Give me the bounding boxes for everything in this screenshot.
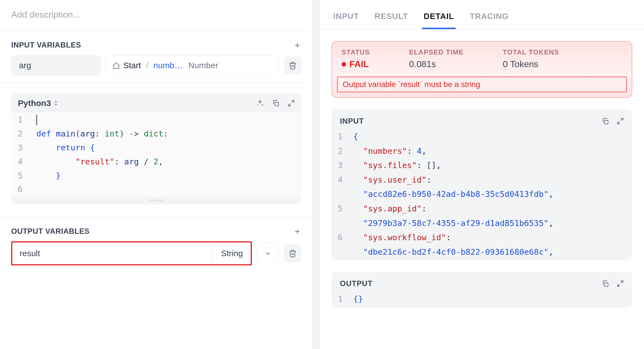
error-message: Output variable `result` must be a strin… xyxy=(337,77,627,92)
resize-handle[interactable] xyxy=(148,200,165,201)
breadcrumb-sep: / xyxy=(146,61,148,70)
status-dot-icon xyxy=(342,62,346,67)
copy-code-button[interactable] xyxy=(272,99,280,107)
output-var-highlighted: result String xyxy=(11,241,252,265)
tab-detail[interactable]: DETAIL xyxy=(422,8,456,29)
svg-rect-2 xyxy=(275,102,279,106)
output-vars-title: OUTPUT VARIABLES xyxy=(11,227,90,236)
add-output-var-button[interactable] xyxy=(293,227,302,236)
output-json-card: OUTPUT 1{} xyxy=(332,272,632,308)
tab-input[interactable]: INPUT xyxy=(332,8,361,29)
home-icon xyxy=(113,62,120,69)
binding-field: numb… xyxy=(153,61,183,70)
ai-generate-button[interactable] xyxy=(256,99,264,107)
add-input-var-button[interactable] xyxy=(293,41,302,49)
input-json-body[interactable]: 1{ 2 "numbers": 4, 3 "sys.files": [], 4 … xyxy=(332,129,632,259)
output-var-type-select[interactable] xyxy=(257,242,279,264)
tab-tracing[interactable]: TRACING xyxy=(468,8,510,29)
result-tabs: INPUT RESULT DETAIL TRACING xyxy=(320,0,644,29)
input-vars-title: INPUT VARIABLES xyxy=(11,41,81,49)
delete-output-var-button[interactable] xyxy=(284,244,302,262)
input-json-card: INPUT 1{ 2 "numbers": 4, 3 "sys.files": … xyxy=(332,109,632,260)
svg-rect-10 xyxy=(605,283,608,286)
status-label: STATUS xyxy=(342,48,370,56)
output-json-body[interactable]: 1{} xyxy=(332,292,632,306)
elapsed-label: ELAPSED TIME xyxy=(409,48,463,56)
chevron-updown-icon xyxy=(53,99,59,107)
output-var-name[interactable]: result xyxy=(12,242,213,264)
input-var-binding[interactable]: Start / numb… Number xyxy=(106,55,279,76)
status-card: STATUS FAIL ELAPSED TIME 0.081s TOTAL TO… xyxy=(332,41,632,98)
tokens-value: 0 Tokens xyxy=(503,59,559,69)
status-value: FAIL xyxy=(342,59,370,69)
expand-output-button[interactable] xyxy=(617,280,624,288)
copy-input-button[interactable] xyxy=(602,117,609,125)
output-var-type: String xyxy=(213,242,251,264)
elapsed-value: 0.081s xyxy=(409,59,463,69)
binding-root: Start xyxy=(123,61,141,70)
delete-input-var-button[interactable] xyxy=(284,56,302,74)
tab-result[interactable]: RESULT xyxy=(373,8,410,29)
panel-splitter[interactable] xyxy=(313,0,320,349)
expand-code-button[interactable] xyxy=(288,100,295,107)
language-selector[interactable]: Python3 xyxy=(18,98,59,108)
input-vars-header: INPUT VARIABLES xyxy=(0,31,313,55)
binding-type: Number xyxy=(188,61,218,70)
input-section-title: INPUT xyxy=(340,117,364,126)
svg-rect-7 xyxy=(605,120,608,124)
tokens-label: TOTAL TOKENS xyxy=(503,48,559,56)
input-var-name[interactable]: arg xyxy=(11,55,101,76)
output-section-title: OUTPUT xyxy=(340,279,373,288)
expand-input-button[interactable] xyxy=(617,117,624,125)
language-label: Python3 xyxy=(18,98,51,108)
output-vars-header: OUTPUT VARIABLES xyxy=(0,217,313,241)
copy-output-button[interactable] xyxy=(602,280,609,288)
code-body[interactable]: 1 2def main(arg: int) -> dict: 3 return … xyxy=(11,113,302,197)
description-input[interactable]: Add description... xyxy=(0,0,313,31)
code-editor[interactable]: Python3 1 xyxy=(11,93,302,204)
